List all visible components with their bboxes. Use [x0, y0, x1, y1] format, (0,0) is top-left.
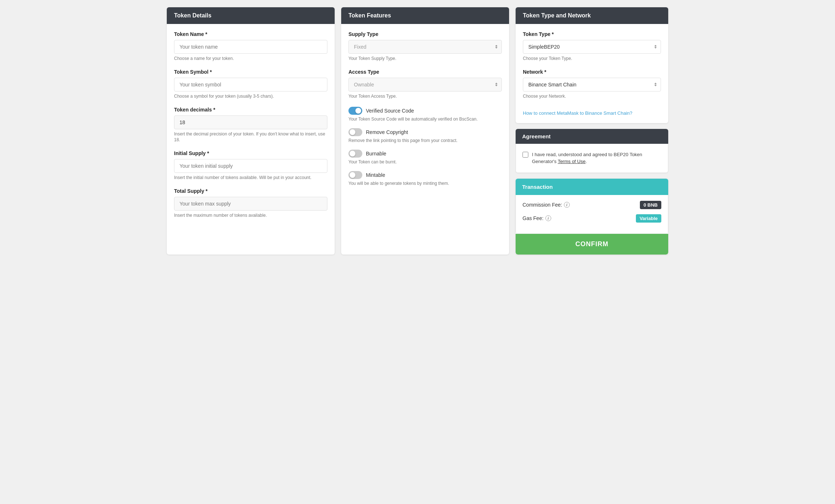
transaction-header: Transaction [516, 179, 668, 195]
total-supply-label: Total Supply * [174, 188, 327, 194]
verified-source-hint: Your Token Source Code will be automatic… [348, 117, 502, 122]
gas-fee-label: Gas Fee: i [523, 215, 551, 221]
token-type-hint: Choose your Token Type. [523, 56, 661, 62]
total-supply-input[interactable] [174, 197, 327, 211]
transaction-body: Commission Fee: i 0 BNB Gas Fee: i Varia… [516, 195, 668, 234]
token-type-label: Token Type * [523, 31, 661, 37]
gas-fee-info-icon[interactable]: i [545, 215, 551, 221]
token-name-input[interactable] [174, 40, 327, 54]
initial-supply-input[interactable] [174, 159, 327, 173]
agreement-checkbox[interactable] [523, 152, 528, 158]
token-name-hint: Choose a name for your token. [174, 56, 327, 62]
supply-type-label: Supply Type [348, 31, 502, 37]
terms-link[interactable]: Terms of Use [558, 159, 586, 164]
commission-fee-label: Commission Fee: i [523, 202, 570, 208]
total-supply-hint: Insert the maximum number of tokens avai… [174, 212, 327, 219]
supply-type-group: Supply Type Fixed Capped Unlimited ⇕ You… [348, 31, 502, 62]
right-column: Token Type and Network Token Type * Simp… [516, 7, 668, 255]
agreement-text: I have read, understood and agreed to BE… [532, 151, 661, 165]
mintable-label: Mintable [366, 172, 385, 178]
commission-fee-value: 0 BNB [640, 201, 661, 209]
agreement-row: I have read, understood and agreed to BE… [523, 151, 661, 165]
token-type-header: Token Type and Network [516, 7, 668, 24]
token-decimals-label: Token decimals * [174, 107, 327, 113]
token-name-label: Token Name * [174, 31, 327, 37]
initial-supply-hint: Insert the initial number of tokens avai… [174, 175, 327, 181]
supply-type-select[interactable]: Fixed Capped Unlimited [348, 40, 502, 54]
network-select[interactable]: Binance Smart Chain Ethereum Polygon [523, 78, 661, 92]
token-symbol-label: Token Symbol * [174, 69, 327, 75]
remove-copyright-toggle[interactable] [348, 128, 362, 136]
verified-source-row: Verified Source Code Your Token Source C… [348, 107, 502, 122]
token-details-header: Token Details [167, 7, 335, 24]
commission-fee-row: Commission Fee: i 0 BNB [523, 201, 661, 209]
token-type-select[interactable]: SimpleBEP20 StandardBEP20 BurnableBEP20 [523, 40, 661, 54]
network-label: Network * [523, 69, 661, 75]
confirm-button[interactable]: CONFIRM [516, 234, 668, 255]
remove-copyright-hint: Remove the link pointing to this page fr… [348, 138, 502, 143]
total-supply-group: Total Supply * Insert the maximum number… [174, 188, 327, 219]
token-symbol-input[interactable] [174, 78, 327, 92]
network-hint: Choose your Network. [523, 93, 661, 99]
remove-copyright-row: Remove Copyright Remove the link pointin… [348, 128, 502, 143]
commission-fee-info-icon[interactable]: i [564, 202, 570, 208]
token-features-panel: Token Features Supply Type Fixed Capped … [341, 7, 509, 255]
burnable-label: Burnable [366, 151, 386, 157]
mintable-toggle[interactable] [348, 171, 362, 179]
verified-source-toggle[interactable] [348, 107, 362, 115]
token-details-panel: Token Details Token Name * Choose a name… [167, 7, 335, 255]
supply-type-hint: Your Token Supply Type. [348, 56, 502, 62]
burnable-hint: Your Token can be burnt. [348, 159, 502, 164]
agreement-panel: Agreement I have read, understood and ag… [516, 129, 668, 173]
transaction-panel: Transaction Commission Fee: i 0 BNB Gas … [516, 179, 668, 255]
token-symbol-hint: Choose a symbol for your token (usually … [174, 93, 327, 99]
initial-supply-group: Initial Supply * Insert the initial numb… [174, 150, 327, 181]
mintable-row: Mintable You will be able to generate to… [348, 171, 502, 186]
initial-supply-label: Initial Supply * [174, 150, 327, 156]
access-type-label: Access Type [348, 69, 502, 75]
token-name-group: Token Name * Choose a name for your toke… [174, 31, 327, 62]
token-decimals-hint: Insert the decimal precision of your tok… [174, 131, 327, 143]
token-symbol-group: Token Symbol * Choose a symbol for your … [174, 69, 327, 99]
access-type-group: Access Type Ownable Roles None ⇕ Your To… [348, 69, 502, 99]
token-features-header: Token Features [341, 7, 509, 24]
remove-copyright-label: Remove Copyright [366, 129, 408, 135]
mintable-hint: You will be able to generate tokens by m… [348, 181, 502, 186]
burnable-toggle[interactable] [348, 150, 362, 158]
gas-fee-row: Gas Fee: i Variable [523, 214, 661, 223]
verified-source-label: Verified Source Code [366, 108, 414, 114]
gas-fee-value: Variable [636, 214, 661, 223]
access-type-select[interactable]: Ownable Roles None [348, 78, 502, 92]
access-type-hint: Your Token Access Type. [348, 93, 502, 99]
metamask-link[interactable]: How to connect MetaMask to Binance Smart… [523, 110, 632, 116]
burnable-row: Burnable Your Token can be burnt. [348, 150, 502, 164]
token-type-group: Token Type * SimpleBEP20 StandardBEP20 B… [523, 31, 661, 62]
token-type-panel: Token Type and Network Token Type * Simp… [516, 7, 668, 123]
agreement-header: Agreement [516, 129, 668, 144]
token-decimals-input[interactable] [174, 115, 327, 129]
network-group: Network * Binance Smart Chain Ethereum P… [523, 69, 661, 99]
token-decimals-group: Token decimals * Insert the decimal prec… [174, 107, 327, 143]
